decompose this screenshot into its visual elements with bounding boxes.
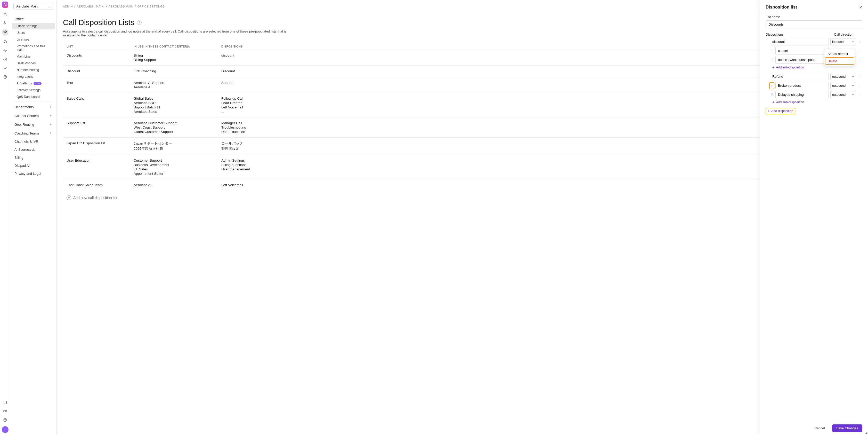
history-icon[interactable]: [3, 57, 8, 62]
svg-point-28: [772, 95, 773, 96]
sidebar-section-geo-routing[interactable]: Geo. Routing＋: [12, 120, 55, 129]
add-sub-disposition[interactable]: +Add sub-disposition: [772, 65, 862, 69]
col-direction-label: Call direction: [834, 32, 862, 36]
sidebar-section-coaching-teams[interactable]: Coaching Teams＋: [12, 129, 55, 138]
help-icon[interactable]: [3, 417, 8, 423]
sidebar-item-office-settings[interactable]: Office Settings: [12, 23, 55, 29]
disposition-input[interactable]: [770, 38, 829, 46]
row-menu-icon[interactable]: ⋮: [858, 75, 862, 79]
row-menu-icon[interactable]: ⋮: [858, 93, 862, 97]
sidebar-section-departments[interactable]: Departments＋: [12, 103, 55, 111]
breadcrumb-item[interactable]: AEROLABS - MAIN.: [77, 5, 105, 8]
add-icon[interactable]: ＋: [49, 105, 52, 109]
menu-set-default[interactable]: Set as default: [825, 50, 855, 57]
sidebar-item-integrations[interactable]: Integrations: [12, 73, 55, 80]
cell-centers: First Coaching: [134, 69, 221, 73]
new-badge: NEW: [34, 82, 41, 85]
resize-grip-icon: ◢: [865, 431, 867, 434]
headset-icon[interactable]: [3, 39, 8, 45]
cell-list: Discount: [67, 69, 134, 73]
disposition-input[interactable]: [775, 82, 829, 89]
cell-dispositions: Support: [221, 81, 848, 89]
ai-square-icon[interactable]: [3, 400, 8, 405]
svg-rect-2: [4, 401, 6, 404]
sidebar-item-number-porting[interactable]: Number Porting: [12, 67, 55, 73]
people-icon[interactable]: [3, 20, 8, 25]
row-menu-icon[interactable]: ⋮: [858, 49, 862, 53]
add-disposition-button[interactable]: + Add disposition: [768, 109, 793, 113]
sidebar-section-channels-ivr[interactable]: Channels & IVR: [12, 138, 55, 146]
table-row[interactable]: Sales Calls Global SalesAerolabs SDRSupp…: [63, 93, 862, 117]
cell-list: East Coast Sales Team: [67, 183, 134, 187]
cell-dispositions: Manager CallTroubleshootingUser Educatio…: [221, 121, 848, 134]
cancel-button[interactable]: Cancel: [810, 425, 829, 432]
disposition-input[interactable]: [775, 56, 829, 63]
direction-select[interactable]: outbound: [830, 73, 856, 80]
cell-list: Support List: [67, 121, 134, 134]
table-row[interactable]: Test Aerolabs Ai SupportAerolabs AE Supp…: [63, 77, 862, 93]
sidebar-item-qos-dashboard[interactable]: QoS Dashboard: [12, 93, 55, 100]
direction-select[interactable]: inbound: [830, 38, 856, 46]
add-sub-disposition[interactable]: +Add sub-disposition: [772, 100, 862, 104]
cell-centers: Customer SupportBusiness DevelopmentEF S…: [134, 158, 221, 176]
drag-handle-icon[interactable]: [770, 83, 774, 89]
list-name-input[interactable]: [766, 20, 862, 28]
table-row[interactable]: Discount First Coaching Discount ⋮: [63, 65, 862, 77]
context-selector[interactable]: Aerolabs Main ⌄: [13, 3, 53, 10]
sidebar-item-ai-settings[interactable]: Ai SettingsNEW: [12, 80, 55, 87]
drag-handle-icon[interactable]: [770, 49, 774, 53]
info-icon[interactable]: ?: [137, 20, 142, 25]
sidebar-section-ai-scorecards[interactable]: Ai Scorecards: [12, 146, 55, 154]
breadcrumb-item[interactable]: ADMIN: [63, 5, 73, 8]
save-button[interactable]: Save Changes: [832, 425, 862, 432]
sidebar-item-promotions-and-free-trials[interactable]: Promotions and free trials: [12, 43, 55, 53]
sub-disposition-row: outbound ⋮: [766, 82, 862, 89]
sidebar-item-users[interactable]: Users: [12, 29, 55, 36]
sidebar-item-licenses[interactable]: Licenses: [12, 36, 55, 43]
settings-gear-icon[interactable]: [2, 29, 8, 36]
table-row[interactable]: Discounts BillingBilling Support discoun…: [63, 50, 862, 65]
rocket-icon[interactable]: [3, 11, 8, 17]
sidebar-item-desk-phones[interactable]: Desk Phones: [12, 60, 55, 67]
svg-point-25: [771, 94, 772, 95]
table-row[interactable]: Support List Aerolabs Customer SupportWe…: [63, 117, 862, 137]
add-icon[interactable]: ＋: [49, 122, 52, 127]
disposition-input[interactable]: [775, 47, 829, 55]
context-name: Aerolabs Main: [16, 4, 38, 8]
disposition-input[interactable]: [775, 91, 829, 98]
direction-select[interactable]: outbound: [830, 82, 856, 89]
drag-handle-icon[interactable]: [770, 58, 774, 62]
table-row[interactable]: Japan CC Disposition list Japanサポートセンター2…: [63, 137, 862, 155]
add-icon[interactable]: ＋: [49, 131, 52, 136]
sidebar-item-failover-settings[interactable]: Failover Settings: [12, 87, 55, 93]
sidebar-section-privacy-and-legal[interactable]: Privacy and Legal: [12, 170, 55, 178]
cube-icon[interactable]: [3, 74, 8, 80]
close-icon[interactable]: ✕: [859, 5, 862, 10]
sidebar-section-contact-centers[interactable]: Contact Centers＋: [12, 111, 55, 120]
cell-centers: Aerolabs Ai SupportAerolabs AE: [134, 81, 221, 89]
analytics-icon[interactable]: [3, 65, 8, 71]
add-icon[interactable]: ＋: [49, 113, 52, 118]
user-avatar[interactable]: [2, 426, 8, 433]
table-row[interactable]: User Education Customer SupportBusiness …: [63, 155, 862, 179]
add-new-disposition-list[interactable]: + Add new call disposition list: [63, 194, 862, 202]
sidebar-section-billing[interactable]: Billing: [12, 154, 55, 162]
row-menu-icon[interactable]: ⋮: [858, 84, 862, 88]
col-dispositions-label: Dispositions: [766, 32, 831, 36]
breadcrumb-item[interactable]: OFFICE SETTINGS: [137, 5, 165, 8]
disposition-input[interactable]: [770, 73, 829, 80]
video-icon[interactable]: [3, 409, 8, 414]
svg-point-15: [771, 61, 772, 61]
breadcrumb: ADMIN / AEROLABS - MAIN. / AEROLABS MAIN…: [57, 0, 868, 13]
drag-handle-icon[interactable]: [770, 93, 774, 97]
row-menu-icon[interactable]: ⋮: [858, 40, 862, 44]
sidebar-item-main-line[interactable]: Main Line: [12, 53, 55, 60]
sidebar-section-dialpad-ai[interactable]: Dialpad Ai: [12, 162, 55, 170]
direction-select[interactable]: outbound: [830, 91, 856, 98]
breadcrumb-item[interactable]: AEROLABS MAIN: [108, 5, 133, 8]
app-logo[interactable]: Ai: [2, 2, 8, 8]
pulse-icon[interactable]: [3, 48, 8, 53]
table-row[interactable]: East Coast Sales Team Aerolabs AE Left V…: [63, 179, 862, 191]
row-menu-icon[interactable]: ⋮: [858, 58, 862, 62]
menu-delete[interactable]: Delete: [826, 58, 854, 64]
